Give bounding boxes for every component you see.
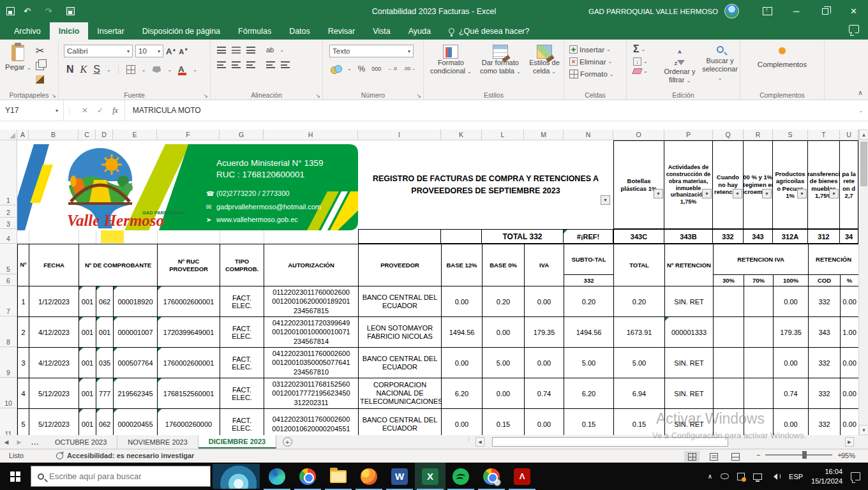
zoom-out-icon[interactable]: − <box>756 451 760 459</box>
cell-iva[interactable]: 0.00 <box>525 348 564 378</box>
cell-base0[interactable]: 0.15 <box>483 409 525 436</box>
column-header-T[interactable]: T <box>808 130 840 140</box>
menu-tab-fórmulas[interactable]: Fórmulas <box>229 22 280 40</box>
page-layout-view-button[interactable] <box>706 451 721 462</box>
cell-r70[interactable] <box>744 286 774 317</box>
taskbar-spotify-icon[interactable] <box>445 463 476 490</box>
autosum-button[interactable]: Σ⌄ <box>633 43 648 55</box>
header-comprobante[interactable]: Nº DE COMPROBANTE <box>79 244 158 286</box>
cell-r70[interactable] <box>744 378 774 409</box>
cell-tipo[interactable]: FACT. ELEC. <box>220 348 264 378</box>
expand-formula-bar-icon[interactable]: ⌄ <box>854 100 868 121</box>
cell-iva[interactable]: 0.00 <box>525 286 564 317</box>
format-painter-icon[interactable] <box>36 75 44 84</box>
cell-base0[interactable]: 5.00 <box>483 348 525 378</box>
cell-n[interactable]: 1 <box>18 286 29 317</box>
orientation-icon[interactable]: ab <box>266 46 274 54</box>
menu-tab-archivo[interactable]: Archivo <box>5 22 50 40</box>
column-header-K[interactable]: K <box>441 130 482 140</box>
filter-dropdown-icon[interactable]: ▼ <box>829 189 839 198</box>
cell-base0[interactable]: 0.00 <box>483 317 525 348</box>
cell-r100[interactable]: 0.74 <box>774 378 809 409</box>
cell-pto[interactable]: 035 <box>96 348 114 378</box>
cell-tipo[interactable]: FACT. ELEC. <box>220 378 264 409</box>
cell-K4[interactable] <box>440 229 482 244</box>
cell-ruc[interactable]: 1760002600001 <box>158 348 220 378</box>
cell-cod[interactable]: 332 <box>809 409 841 436</box>
cell-nret[interactable]: 000001333 <box>665 317 714 348</box>
menu-tab-insertar[interactable]: Insertar <box>88 22 133 40</box>
retention-code-cell[interactable]: 332 <box>713 229 744 244</box>
cell-subtotal[interactable]: 6.20 <box>564 378 614 409</box>
tax-header-cell[interactable]: Botellas plásticas 1%▼ <box>613 140 664 229</box>
task-view-thumbnail[interactable] <box>213 464 260 489</box>
comma-style-button[interactable]: 000 <box>371 66 381 72</box>
retention-code-cell[interactable]: 34 <box>840 229 858 244</box>
new-sheet-icon[interactable]: + <box>283 437 292 447</box>
cell-base12[interactable]: 0.00 <box>442 286 483 317</box>
cell-ruc[interactable]: 1760002600001 <box>158 286 220 317</box>
column-header-I[interactable]: I <box>358 130 441 140</box>
fill-color-icon[interactable] <box>152 66 161 73</box>
ribbon-display-options-icon[interactable] <box>753 0 782 22</box>
cell-iva[interactable]: 0.74 <box>525 378 564 409</box>
header-retencion-iva[interactable]: RETENCION IVA <box>714 244 809 275</box>
header-total[interactable]: TOTAL <box>614 244 665 286</box>
taskbar-chrome-profile-icon[interactable] <box>476 463 507 490</box>
decrease-indent-icon[interactable] <box>266 61 275 68</box>
confirm-entry-icon[interactable]: ✓ <box>97 106 103 115</box>
align-center-icon[interactable] <box>232 61 241 68</box>
more-sheets-button[interactable]: ... <box>26 435 45 449</box>
menu-tab-ayuda[interactable]: Ayuda <box>400 22 440 40</box>
column-header-L[interactable]: L <box>482 130 524 140</box>
font-color-icon[interactable]: A <box>178 64 186 75</box>
filter-dropdown-icon[interactable]: ▼ <box>733 189 742 198</box>
cell-aut[interactable]: 04122023011720399649 0012001001000001007… <box>264 317 359 348</box>
taskbar-excel-icon[interactable]: X <box>415 463 445 490</box>
increase-indent-icon[interactable] <box>281 61 290 68</box>
tray-update-icon[interactable] <box>737 473 745 480</box>
cell-tipo[interactable]: FACT. ELEC. <box>220 409 264 436</box>
percent-style-button[interactable]: % <box>358 64 366 73</box>
row-header-2[interactable]: 2 <box>0 205 17 218</box>
cell-estab[interactable]: 001 <box>79 378 96 409</box>
cell-estab[interactable]: 001 <box>79 409 96 436</box>
cut-icon[interactable]: ✂ <box>36 45 44 57</box>
cell-total[interactable]: 0.20 <box>614 286 665 317</box>
addins-button[interactable]: Complementos <box>740 47 824 68</box>
header-nretencion[interactable]: Nº RETENCION <box>665 244 714 286</box>
cell-sec[interactable]: 000018920 <box>114 286 158 317</box>
row-header-9[interactable]: 9 <box>0 347 17 378</box>
cell-estab[interactable]: 001 <box>79 317 96 348</box>
cell-estab[interactable]: 001 <box>79 286 96 317</box>
row-header-8[interactable]: 8 <box>0 316 17 347</box>
decrease-font-icon[interactable]: A▼ <box>179 47 188 56</box>
cell-base12[interactable]: 1494.56 <box>442 317 483 348</box>
header-cod[interactable]: COD <box>809 275 841 286</box>
cell-ruc[interactable]: 176000260000 <box>158 409 220 436</box>
account-name[interactable]: GAD PARROQUIAL VALLE HERMOSO <box>588 8 718 15</box>
find-select-button[interactable]: Buscar y seleccionar ⌄ <box>702 45 738 82</box>
retention-code-cell[interactable]: 343 <box>744 229 773 244</box>
cell-cod[interactable]: 332 <box>809 348 841 378</box>
tray-onedrive-icon[interactable] <box>721 473 729 479</box>
sort-filter-button[interactable]: AZ Ordenar y filtrar ⌄ <box>660 45 700 84</box>
column-header-N[interactable]: N <box>564 130 613 140</box>
header-100[interactable]: 100% <box>774 275 809 286</box>
increase-decimal-icon[interactable]: ←.0 <box>387 66 397 71</box>
cell-aut[interactable]: 03122023011768152560 0012001777219562345… <box>264 378 359 409</box>
header-autorizacion[interactable]: AUTORIZACIÓN <box>264 244 359 286</box>
row-header-3[interactable]: 3 <box>0 218 17 229</box>
header-fecha[interactable]: FECHA <box>29 244 79 286</box>
cell-r30[interactable] <box>714 286 744 317</box>
tax-header-cell[interactable]: pa la rete on d 2,7 <box>840 140 858 229</box>
cell-aut[interactable]: 01122023011760002600 0012001062000018920… <box>264 286 359 317</box>
cell-cod[interactable]: 332 <box>809 286 841 317</box>
cell-base0[interactable]: 0.00 <box>483 378 525 409</box>
clipboard-dialog-launcher-icon[interactable]: ↘ <box>51 93 56 99</box>
accessibility-status[interactable]: Accesibilidad: es necesario investigar <box>56 452 194 459</box>
sheet-tab-octubre-2023[interactable]: OCTUBRE 2023 <box>45 435 117 449</box>
taskbar-chrome-icon[interactable] <box>292 463 323 490</box>
cell-pto[interactable]: 777 <box>96 378 114 409</box>
cell-total[interactable]: 6.94 <box>614 378 665 409</box>
